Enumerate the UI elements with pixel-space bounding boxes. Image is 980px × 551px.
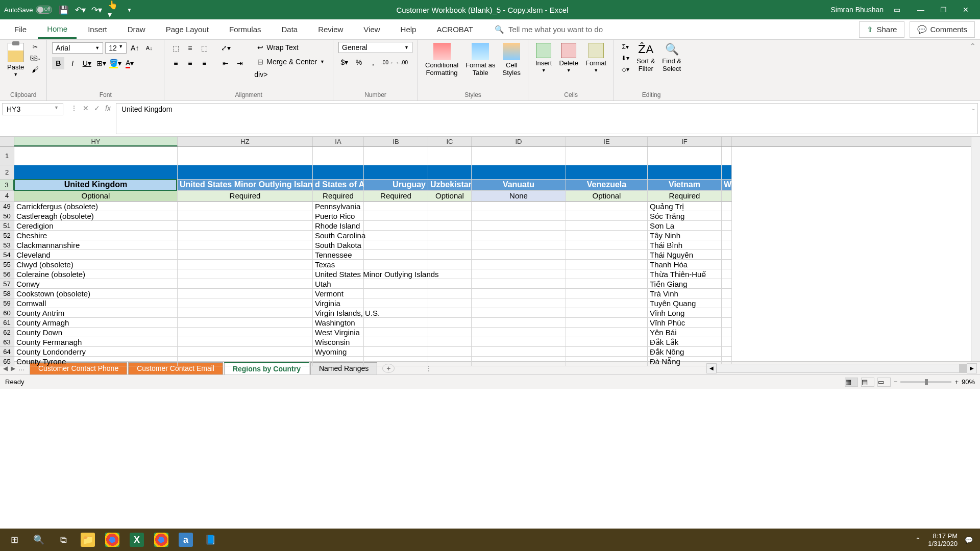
cell[interactable] (566, 269, 648, 279)
cell[interactable] (648, 147, 722, 165)
cell[interactable] (364, 357, 428, 366)
cell[interactable] (428, 240, 472, 250)
cell[interactable]: Vermont (313, 289, 364, 298)
cell[interactable] (566, 147, 648, 165)
cell[interactable] (428, 147, 472, 165)
page-break-view-button[interactable]: ▭ (877, 378, 891, 387)
cell[interactable] (722, 308, 732, 318)
cell[interactable] (566, 221, 648, 231)
tab-view[interactable]: View (354, 21, 389, 38)
hscroll-thumb[interactable] (959, 364, 966, 372)
cell[interactable] (566, 298, 648, 308)
cell[interactable]: Thanh Hóa (648, 260, 722, 269)
customize-qat-icon[interactable]: ▼ (125, 5, 134, 14)
cell-styles-button[interactable]: Cell Styles (501, 42, 523, 78)
cell[interactable]: Coleraine (obsolete) (14, 269, 178, 279)
clear-button[interactable]: ◇▾ (619, 64, 631, 74)
font-name-select[interactable]: Arial▼ (52, 42, 103, 54)
row-header[interactable]: 57 (0, 279, 14, 289)
cell[interactable]: Cornwall (14, 298, 178, 308)
cell[interactable] (178, 211, 313, 221)
cell[interactable]: Tiền Giang (648, 279, 722, 289)
cell[interactable] (364, 328, 428, 337)
tab-acrobat[interactable]: ACROBAT (427, 21, 482, 38)
row-header[interactable]: 3 (0, 180, 14, 191)
name-box[interactable]: HY3▼ (2, 103, 63, 115)
tab-formulas[interactable]: Formulas (220, 21, 271, 38)
cell[interactable] (428, 337, 472, 347)
insert-function-colon[interactable]: ⋮ (70, 104, 78, 112)
percent-button[interactable]: % (353, 56, 365, 68)
cell[interactable]: d States of Ar (313, 180, 364, 191)
cell[interactable] (722, 260, 732, 269)
increase-decimal-button[interactable]: .00→ (381, 56, 394, 68)
row-header[interactable]: 4 (0, 191, 14, 202)
cell[interactable] (428, 260, 472, 269)
underline-button[interactable]: U▾ (81, 57, 93, 69)
decrease-decimal-button[interactable]: ←.00 (396, 56, 408, 68)
close-button[interactable]: ✕ (955, 2, 976, 17)
row-header[interactable]: 56 (0, 269, 14, 279)
cell[interactable] (178, 147, 313, 165)
spreadsheet-grid[interactable]: HY HZ IA IB IC ID IE IF 1 2 3 United Kin… (0, 137, 980, 361)
cell[interactable] (472, 269, 566, 279)
cell[interactable] (722, 289, 732, 298)
cell[interactable] (428, 202, 472, 211)
cell[interactable] (364, 240, 428, 250)
cell[interactable] (722, 279, 732, 289)
col-header[interactable]: HY (14, 137, 178, 146)
cell[interactable] (178, 298, 313, 308)
zoom-slider[interactable] (900, 381, 951, 383)
cell[interactable] (428, 211, 472, 221)
col-header[interactable]: IE (566, 137, 648, 146)
cell[interactable] (566, 279, 648, 289)
zoom-thumb[interactable] (925, 379, 928, 385)
cell[interactable] (178, 328, 313, 337)
cell[interactable]: Optional (14, 191, 178, 202)
shrink-font-button[interactable]: A↓ (143, 42, 155, 54)
align-center-button[interactable]: ≡ (184, 57, 196, 69)
cell[interactable]: Utah (313, 279, 364, 289)
tab-help[interactable]: Help (391, 21, 426, 38)
row-header[interactable]: 64 (0, 347, 14, 357)
cancel-icon[interactable]: ✕ (83, 104, 89, 112)
cell[interactable] (472, 337, 566, 347)
cell[interactable] (178, 250, 313, 260)
cell[interactable] (472, 165, 566, 180)
col-header[interactable]: HZ (178, 137, 313, 146)
cell[interactable] (364, 260, 428, 269)
cell[interactable]: South Dakota (313, 240, 364, 250)
row-header[interactable]: 1 (0, 147, 14, 165)
cell[interactable] (722, 240, 732, 250)
cell[interactable] (722, 191, 732, 202)
format-painter-button[interactable] (29, 64, 41, 74)
row-header[interactable]: 61 (0, 318, 14, 328)
cell[interactable] (722, 202, 732, 211)
cell[interactable]: Puerto Rico (313, 211, 364, 221)
cell[interactable] (472, 279, 566, 289)
row-header[interactable]: 58 (0, 289, 14, 298)
chrome-button-2[interactable] (149, 530, 174, 550)
share-button[interactable]: ⇧Share (859, 21, 904, 38)
cell[interactable]: Required (178, 191, 313, 202)
cell[interactable] (428, 289, 472, 298)
row-header[interactable]: 62 (0, 328, 14, 337)
align-top-button[interactable]: ⬚ (169, 42, 182, 54)
row-header[interactable]: 65 (0, 357, 14, 366)
decrease-indent-button[interactable]: ⇤ (219, 57, 232, 69)
cell[interactable] (566, 202, 648, 211)
autosum-button[interactable]: Σ▾ (619, 42, 631, 52)
cell[interactable] (566, 289, 648, 298)
cell[interactable]: West Virginia (313, 328, 364, 337)
cell[interactable]: Wisconsin (313, 337, 364, 347)
cell[interactable]: United States Minor Outlying Islands (313, 269, 364, 279)
cell[interactable] (364, 289, 428, 298)
row-header[interactable]: 63 (0, 337, 14, 347)
cell[interactable] (364, 165, 428, 180)
cell[interactable] (566, 260, 648, 269)
row-header[interactable]: 60 (0, 308, 14, 318)
row-header[interactable]: 53 (0, 240, 14, 250)
cell[interactable]: Virgin Islands, U.S. (313, 308, 364, 318)
cell[interactable] (472, 250, 566, 260)
cell[interactable]: County Down (14, 328, 178, 337)
